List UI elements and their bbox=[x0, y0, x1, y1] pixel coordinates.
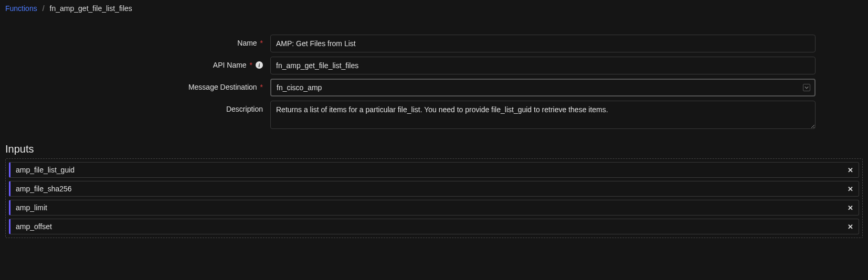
input-item[interactable]: amp_limit ✕ bbox=[9, 200, 859, 216]
breadcrumb-current: fn_amp_get_file_list_files bbox=[50, 4, 132, 13]
input-item[interactable]: amp_offset ✕ bbox=[9, 219, 859, 234]
row-api-name: API Name * i bbox=[0, 55, 868, 77]
input-item[interactable]: amp_file_list_guid ✕ bbox=[9, 162, 859, 178]
row-message-destination: Message Destination * fn_cisco_amp bbox=[0, 77, 868, 99]
required-marker: * bbox=[260, 83, 263, 91]
label-message-destination: Message Destination * bbox=[5, 79, 270, 91]
row-name: Name * bbox=[0, 33, 868, 55]
input-item-label: amp_offset bbox=[16, 222, 52, 231]
input-item[interactable]: amp_file_sha256 ✕ bbox=[9, 181, 859, 197]
message-destination-select[interactable]: fn_cisco_amp bbox=[270, 79, 816, 96]
breadcrumb-separator: / bbox=[43, 4, 45, 13]
row-description: Description bbox=[0, 99, 868, 133]
inputs-list: amp_file_list_guid ✕ amp_file_sha256 ✕ a… bbox=[5, 158, 863, 238]
description-textarea[interactable] bbox=[270, 101, 816, 129]
label-description: Description bbox=[5, 101, 270, 113]
inputs-title: Inputs bbox=[5, 143, 863, 155]
label-api-name: API Name * i bbox=[5, 57, 270, 69]
close-icon[interactable]: ✕ bbox=[848, 223, 853, 231]
close-icon[interactable]: ✕ bbox=[848, 204, 853, 212]
required-marker: * bbox=[250, 61, 252, 69]
inputs-section: Inputs amp_file_list_guid ✕ amp_file_sha… bbox=[0, 143, 868, 238]
breadcrumb: Functions / fn_amp_get_file_list_files bbox=[0, 0, 868, 17]
function-form: Name * API Name * i Message Destination … bbox=[0, 33, 868, 133]
name-input[interactable] bbox=[270, 35, 816, 52]
input-item-label: amp_file_sha256 bbox=[16, 185, 72, 193]
close-icon[interactable]: ✕ bbox=[848, 185, 853, 193]
info-icon[interactable]: i bbox=[256, 61, 263, 69]
input-item-label: amp_file_list_guid bbox=[16, 166, 75, 174]
breadcrumb-root-link[interactable]: Functions bbox=[5, 4, 37, 13]
close-icon[interactable]: ✕ bbox=[848, 166, 853, 174]
required-marker: * bbox=[260, 39, 263, 47]
label-name: Name * bbox=[5, 35, 270, 47]
api-name-input[interactable] bbox=[270, 57, 816, 74]
input-item-label: amp_limit bbox=[16, 203, 47, 212]
chevron-down-icon bbox=[803, 84, 810, 91]
message-destination-value: fn_cisco_amp bbox=[277, 83, 322, 92]
